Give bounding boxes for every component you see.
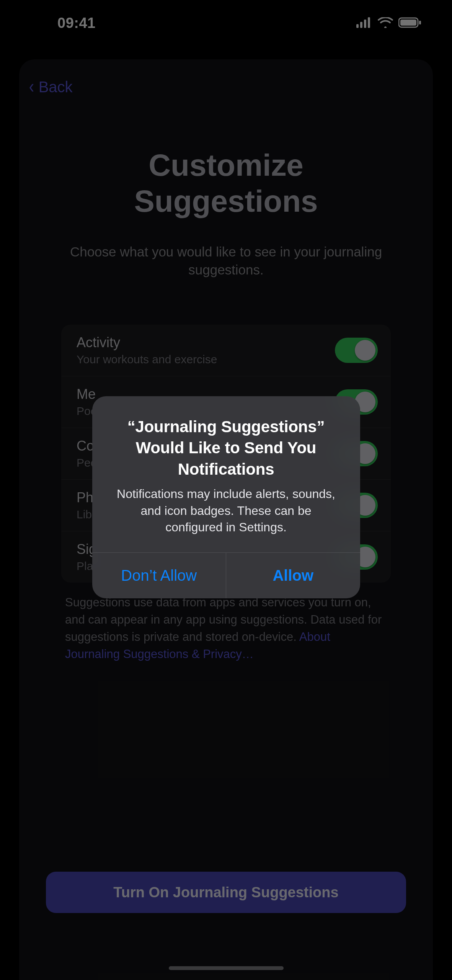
alert-allow-button[interactable]: Allow — [226, 553, 360, 598]
alert-title: “Journaling Suggestions” Would Like to S… — [111, 416, 341, 480]
alert-message: Notifications may include alerts, sounds… — [111, 486, 341, 536]
alert-dont-allow-button[interactable]: Don’t Allow — [92, 553, 226, 598]
notification-permission-alert: “Journaling Suggestions” Would Like to S… — [92, 396, 360, 598]
